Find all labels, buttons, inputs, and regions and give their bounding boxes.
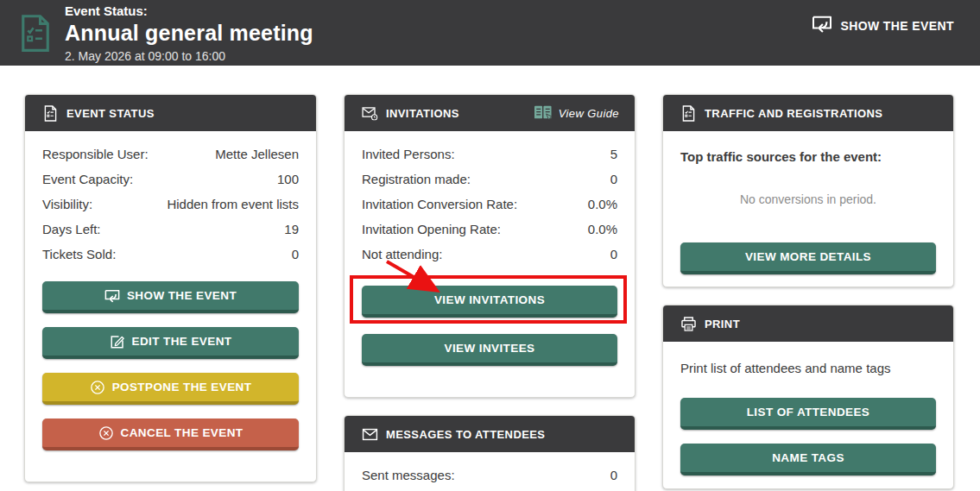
envelope-clock-icon [362, 105, 378, 122]
cancel-event-label: CANCEL THE EVENT [121, 426, 243, 439]
table-row: Registration made: 0 [362, 167, 617, 192]
traffic-card-header: TRAFFIC AND REGISTRATIONS [663, 95, 953, 131]
print-card-header: PRINT [663, 305, 953, 342]
row-value: 0 [610, 468, 617, 482]
dashboard-content: EVENT STATUS Responsible User: Mette Jel… [0, 66, 980, 491]
edit-event-button[interactable]: EDIT THE EVENT [42, 327, 299, 359]
invitations-card-title: INVITATIONS [386, 107, 459, 120]
name-tags-label: NAME TAGS [772, 451, 844, 464]
traffic-actions: VIEW MORE DETAILS [663, 242, 953, 286]
event-status-actions: SHOW THE EVENT EDIT THE EVENT POSTPONE T… [25, 281, 316, 482]
row-value: Hidden from event lists [167, 197, 299, 211]
event-status-card: EVENT STATUS Responsible User: Mette Jel… [24, 94, 317, 482]
print-heading: Print list of attendees and name tags [680, 361, 936, 375]
view-invitees-button[interactable]: VIEW INVITEES [362, 334, 617, 366]
print-card-title: PRINT [705, 318, 740, 330]
view-guide-link[interactable]: View Guide [533, 104, 619, 122]
table-row: Event Capacity: 100 [42, 167, 299, 192]
checklist-document-icon [42, 105, 59, 122]
print-card: PRINT Print list of attendees and name t… [662, 305, 954, 489]
row-value: 0.0% [588, 197, 617, 211]
window-back-arrow-icon [812, 16, 832, 35]
page-header: Event Status: Annual general meeting 2. … [0, 0, 980, 66]
print-actions: LIST OF ATTENDEES NAME TAGS [663, 398, 953, 488]
row-value: 0 [610, 247, 617, 261]
table-row: Responsible User: Mette Jellesen [42, 142, 299, 167]
row-value: 5 [610, 147, 617, 161]
list-of-attendees-label: LIST OF ATTENDEES [747, 406, 870, 419]
invitations-card: INVITATIONS View Guide Invited Persons: … [344, 94, 635, 398]
row-value: 0.0% [588, 222, 617, 236]
invitations-card-header: INVITATIONS View Guide [345, 95, 635, 131]
list-of-attendees-button[interactable]: LIST OF ATTENDEES [680, 398, 936, 430]
open-book-pointer-icon [533, 104, 553, 122]
show-event-label: SHOW THE EVENT [127, 289, 237, 302]
row-label: Days Left: [42, 222, 101, 236]
table-row: Visibility: Hidden from event lists [42, 192, 299, 217]
table-row: Sent messages: 0 [362, 463, 617, 488]
column-event-status: EVENT STATUS Responsible User: Mette Jel… [24, 94, 317, 482]
circle-x-icon [90, 380, 105, 395]
event-status-kicker: Event Status: [65, 3, 313, 19]
row-label: Invited Persons: [362, 147, 455, 161]
postpone-event-button[interactable]: POSTPONE THE EVENT [42, 373, 299, 405]
view-more-details-label: VIEW MORE DETAILS [745, 250, 871, 263]
row-value: 0 [292, 247, 299, 261]
traffic-card-title: TRAFFIC AND REGISTRATIONS [705, 107, 882, 120]
table-row: Invitation Opening Rate: 0.0% [362, 217, 617, 242]
messages-card-title: MESSAGES TO ATTENDEES [386, 428, 545, 441]
edit-event-label: EDIT THE EVENT [132, 335, 232, 348]
header-show-event-button[interactable]: SHOW THE EVENT [812, 16, 954, 35]
view-guide-label: View Guide [559, 107, 619, 120]
printer-icon [680, 316, 697, 332]
postpone-event-label: POSTPONE THE EVENT [112, 381, 252, 393]
invitations-actions: VIEW INVITATIONS VIEW INVITEES [345, 286, 635, 397]
row-label: Invitation Opening Rate: [362, 222, 501, 236]
event-status-card-title: EVENT STATUS [66, 107, 155, 120]
checklist-document-icon [19, 14, 52, 53]
messages-rows: Sent messages: 0 [345, 452, 635, 491]
row-label: Sent messages: [362, 468, 455, 482]
row-value: 0 [610, 172, 617, 186]
table-row: Not attending: 0 [362, 242, 617, 267]
page-title: Annual general meeting [65, 19, 313, 47]
column-traffic-print: TRAFFIC AND REGISTRATIONS Top traffic so… [662, 94, 954, 489]
row-label: Visibility: [42, 197, 92, 211]
messages-card-header: MESSAGES TO ATTENDEES [345, 416, 635, 452]
name-tags-button[interactable]: NAME TAGS [680, 444, 936, 475]
row-label: Registration made: [362, 172, 471, 186]
row-value: 19 [284, 222, 299, 236]
row-label: Responsible User: [42, 147, 149, 161]
table-row: Tickets Sold: 0 [42, 242, 299, 267]
event-date: 2. May 2026 at 09:00 to 16:00 [65, 48, 313, 64]
pencil-square-icon [110, 334, 125, 349]
event-status-card-header: EVENT STATUS [25, 95, 316, 131]
view-invitations-label: VIEW INVITATIONS [434, 293, 545, 306]
header-show-event-label: SHOW THE EVENT [840, 19, 954, 33]
row-label: Event Capacity: [42, 172, 133, 186]
envelope-icon [362, 426, 378, 443]
row-label: Not attending: [362, 247, 442, 261]
show-event-button[interactable]: SHOW THE EVENT [42, 281, 299, 313]
table-row: Invited Persons: 5 [362, 142, 617, 167]
window-back-arrow-icon [104, 288, 120, 304]
row-value: Mette Jellesen [215, 147, 299, 161]
invitations-rows: Invited Persons: 5 Registration made: 0 … [345, 131, 635, 267]
view-invitations-button[interactable]: VIEW INVITATIONS [362, 286, 617, 318]
view-more-details-button[interactable]: VIEW MORE DETAILS [680, 242, 936, 274]
row-label: Invitation Conversion Rate: [362, 197, 517, 211]
event-status-rows: Responsible User: Mette Jellesen Event C… [25, 131, 316, 267]
column-invitations: INVITATIONS View Guide Invited Persons: … [344, 94, 635, 491]
table-row: Invitation Conversion Rate: 0.0% [362, 192, 617, 217]
checklist-document-icon [680, 105, 697, 122]
messages-card: MESSAGES TO ATTENDEES Sent messages: 0 [344, 415, 635, 491]
header-titles: Event Status: Annual general meeting 2. … [65, 3, 313, 64]
row-value: 100 [277, 172, 299, 186]
row-label: Tickets Sold: [42, 247, 116, 261]
view-invitees-label: VIEW INVITEES [445, 342, 535, 355]
traffic-empty-text: No conversions in period. [663, 192, 953, 206]
cancel-event-button[interactable]: CANCEL THE EVENT [42, 419, 299, 450]
traffic-card: TRAFFIC AND REGISTRATIONS Top traffic so… [662, 94, 954, 287]
table-row: Days Left: 19 [42, 217, 299, 242]
traffic-heading: Top traffic sources for the event: [680, 149, 936, 164]
